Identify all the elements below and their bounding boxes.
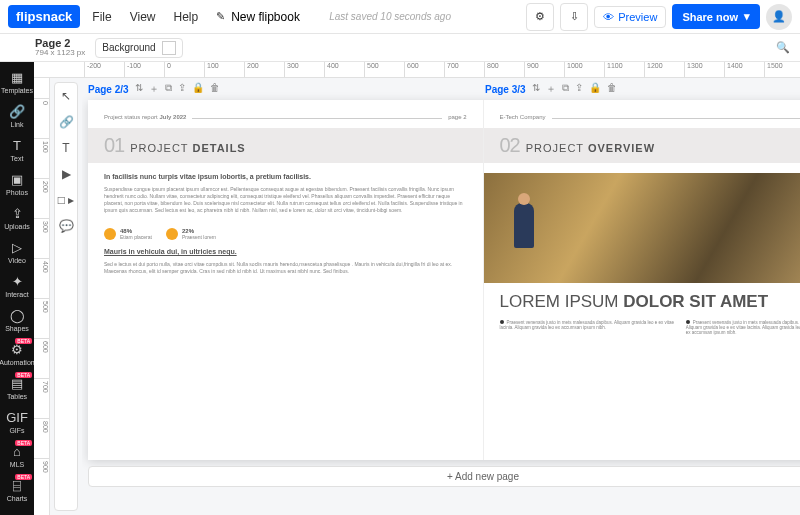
rail-label: Tables — [7, 393, 27, 400]
page-indicator: Page 2 794 x 1123 px — [35, 37, 85, 58]
page-dims-label: 794 x 1123 px — [35, 49, 85, 58]
title-part-b: OVERVIEW — [588, 142, 655, 154]
tool-3[interactable]: ▶ — [62, 167, 71, 181]
canvas-row: 0100200300400500600700800900 ↖🔗T▶□ ▸💬 Pa… — [34, 78, 800, 515]
headline-a: LOREM IPSUM — [500, 292, 624, 311]
beta-badge: BETA — [15, 338, 32, 344]
chevron-down-icon: ▾ — [744, 10, 750, 23]
rail-item-templates[interactable]: ▦Templates — [0, 66, 34, 98]
add-icon[interactable]: ＋ — [546, 82, 556, 96]
rail-label: Interact — [5, 291, 28, 298]
user-avatar[interactable]: 👤 — [766, 4, 792, 30]
add-page-button[interactable]: + Add new page — [88, 466, 800, 487]
rail-item-uploads[interactable]: ⇪Uploads — [0, 202, 34, 234]
rail-item-text[interactable]: TText — [0, 134, 34, 166]
pencil-icon: ✎ — [216, 10, 225, 23]
mls-icon: ⌂ — [13, 444, 21, 459]
tool-5[interactable]: 💬 — [59, 219, 74, 233]
hdr-text: E-Tech Company — [500, 114, 546, 120]
ruler-tick: 1100 — [604, 62, 644, 77]
options-icon[interactable]: ⇅ — [135, 82, 143, 96]
rail-label: Video — [8, 257, 26, 264]
download-icon[interactable]: ⇩ — [560, 3, 588, 31]
page-2[interactable]: Project status report July 2022 page 2 0… — [88, 100, 484, 460]
page-3[interactable]: E-Tech Company page 3 02 PROJECT OVERVIE… — [484, 100, 801, 460]
page-spread[interactable]: Project status report July 2022 page 2 0… — [88, 100, 800, 460]
rail-label: Automation — [0, 359, 35, 366]
tool-2[interactable]: T — [62, 141, 69, 155]
col-text: Praesent venenatis justo in mets malesua… — [500, 320, 675, 330]
rail-label: Text — [11, 155, 24, 162]
interact-icon: ✦ — [12, 274, 23, 289]
delete-icon[interactable]: 🗑 — [607, 82, 617, 96]
delete-icon[interactable]: 🗑 — [210, 82, 220, 96]
rail-item-gifs[interactable]: GIFGIFs — [0, 406, 34, 438]
gifs-icon: GIF — [6, 410, 28, 425]
ruler-horizontal: -200-10001002003004005006007008009001000… — [34, 62, 800, 78]
rail-label: Photos — [6, 189, 28, 196]
ruler-tick: 900 — [34, 458, 49, 498]
tool-1[interactable]: 🔗 — [59, 115, 74, 129]
preview-button[interactable]: 👁 Preview — [594, 6, 666, 28]
stats-row: 48%Etiam placerat 22%Praesent lorem — [104, 228, 467, 240]
photos-icon: ▣ — [11, 172, 23, 187]
canvas-wrap: -200-10001002003004005006007008009001000… — [34, 62, 800, 515]
ruler-tick: 600 — [404, 62, 444, 77]
top-actions: ⚙ ⇩ 👁 Preview Share now ▾ 👤 — [526, 3, 792, 31]
rail-item-tables[interactable]: ▤TablesBETA — [0, 372, 34, 404]
ruler-tick: 800 — [34, 418, 49, 458]
background-picker[interactable]: Background — [95, 38, 182, 58]
tool-4[interactable]: □ ▸ — [58, 193, 75, 207]
ruler-tick: 1300 — [684, 62, 724, 77]
doc-title-input[interactable] — [231, 10, 321, 24]
share-button[interactable]: Share now ▾ — [672, 4, 760, 29]
ruler-tick: 500 — [34, 298, 49, 338]
ruler-tick: 500 — [364, 62, 404, 77]
page-header: E-Tech Company page 3 — [500, 114, 801, 120]
ruler-tick: 400 — [324, 62, 364, 77]
settings-icon[interactable]: ⚙ — [526, 3, 554, 31]
menu-help[interactable]: Help — [174, 10, 199, 24]
page-toolbars: Page 2/3 ⇅ ＋ ⧉ ⇪ 🔒 🗑 Page 3/3 — [88, 82, 800, 96]
context-bar: Page 2 794 x 1123 px Background 🔍 — [0, 34, 800, 62]
ruler-tick: 100 — [34, 138, 49, 178]
title-part-a: PROJECT — [130, 142, 192, 154]
title-part-a: PROJECT — [526, 142, 588, 154]
rail-item-automation[interactable]: ⚙AutomationBETA — [0, 338, 34, 370]
upload-icon[interactable]: ⇪ — [575, 82, 583, 96]
title-part-b: DETAILS — [192, 142, 245, 154]
rail-item-charts[interactable]: ⌸ChartsBETA — [0, 474, 34, 506]
hero-photo — [484, 173, 801, 283]
page-label-left: Page 2/3 — [88, 84, 129, 95]
rail-item-mls[interactable]: ⌂MLSBETA — [0, 440, 34, 472]
ruler-tick: 0 — [164, 62, 204, 77]
upload-icon[interactable]: ⇪ — [178, 82, 186, 96]
rail-item-shapes[interactable]: ◯Shapes — [0, 304, 34, 336]
tool-0[interactable]: ↖ — [61, 89, 71, 103]
main-area: ▦Templates🔗LinkTText▣Photos⇪Uploads▷Vide… — [0, 62, 800, 515]
lock-icon[interactable]: 🔒 — [192, 82, 204, 96]
subheading: In facilisis nunc turpis vitae ipsum lob… — [104, 173, 467, 180]
add-icon[interactable]: ＋ — [149, 82, 159, 96]
dot-icon — [104, 228, 116, 240]
stat-label: Etiam placerat — [120, 234, 152, 240]
search-icon[interactable]: 🔍 — [776, 41, 790, 54]
rail-item-photos[interactable]: ▣Photos — [0, 168, 34, 200]
menu-view[interactable]: View — [130, 10, 156, 24]
rail-item-link[interactable]: 🔗Link — [0, 100, 34, 132]
app-logo[interactable]: flipsnack — [8, 5, 80, 28]
duplicate-icon[interactable]: ⧉ — [562, 82, 569, 96]
options-icon[interactable]: ⇅ — [532, 82, 540, 96]
stat-label: Praesent lorem — [182, 234, 216, 240]
rail-item-interact[interactable]: ✦Interact — [0, 270, 34, 302]
ruler-tick: 1200 — [644, 62, 684, 77]
ruler-tick: 400 — [34, 258, 49, 298]
page-toolbar-right: Page 3/3 ⇅ ＋ ⧉ ⇪ 🔒 🗑 — [485, 82, 800, 96]
duplicate-icon[interactable]: ⧉ — [165, 82, 172, 96]
lock-icon[interactable]: 🔒 — [589, 82, 601, 96]
automation-icon: ⚙ — [11, 342, 23, 357]
ruler-tick: 1500 — [764, 62, 800, 77]
rail-item-video[interactable]: ▷Video — [0, 236, 34, 268]
menu-file[interactable]: File — [92, 10, 111, 24]
rail-label: Uploads — [4, 223, 30, 230]
